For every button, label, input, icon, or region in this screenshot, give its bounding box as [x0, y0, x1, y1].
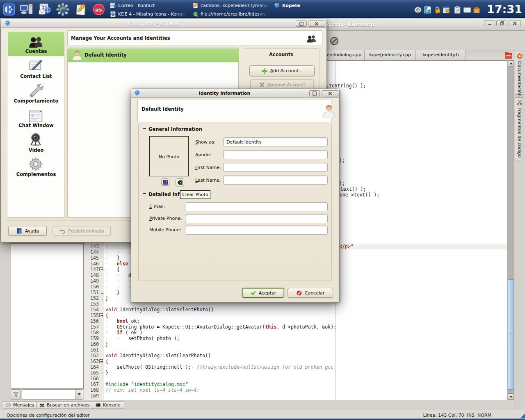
status-message: Opciones de configuración del editor — [7, 413, 90, 418]
filter-button[interactable] — [11, 389, 21, 399]
taskbar-clock: 17:31 — [486, 2, 523, 16]
wallet-icon[interactable] — [472, 6, 481, 14]
code-line-159: · · setPhoto( photo ); — [105, 336, 180, 341]
field-input-private-phone-[interactable] — [185, 214, 328, 223]
speaker-icon[interactable] — [414, 6, 422, 14]
sidebar-item-video[interactable]: Video — [8, 132, 64, 154]
task-button[interactable]: file:///home/ereslibre/kdesvn/k — [192, 10, 274, 18]
dock-tab-documentación[interactable]: Documentación — [515, 51, 524, 95]
resize-grip[interactable] — [520, 413, 525, 418]
tool-tab-mensajes[interactable]: Mensajes — [3, 401, 38, 409]
computer-icon[interactable] — [20, 3, 33, 16]
identity-information-dialog: Identity Information Default Identity Ge… — [131, 89, 340, 303]
notes-task-icon — [192, 2, 199, 9]
photo-placeholder-box: No Photo — [149, 136, 189, 176]
sidebar-item-chat-window[interactable]: Chat Window — [8, 108, 64, 129]
code-line-163: { — [105, 358, 108, 364]
task-button[interactable]: Correo - Kontact — [110, 1, 191, 9]
code-line-145: · } — [105, 255, 120, 261]
editor-tab-kopeteidentity-h[interactable]: kopeteidentity.h — [416, 50, 466, 60]
general-group-title: General Information — [148, 126, 202, 132]
field-input-e-mail-[interactable] — [185, 202, 328, 211]
file-list-icon[interactable] — [504, 50, 513, 59]
collapse-general-icon[interactable] — [143, 128, 146, 129]
alarm-calendar-icon[interactable] — [443, 6, 451, 14]
scroll-up-button[interactable] — [508, 60, 514, 66]
field-label-first-name-: First Name: — [195, 165, 221, 170]
mail-icon[interactable] — [463, 6, 471, 14]
field-input-mobile-phone-[interactable] — [185, 226, 328, 235]
defaults-button[interactable]: Predeterminado — [52, 226, 111, 236]
help-icon: ? — [16, 228, 23, 234]
editor-tab-kopeteidentity-cpp[interactable]: kopeteidentity.cpp — [365, 50, 416, 60]
kopete-tray-icon[interactable]: K — [423, 6, 431, 14]
tool-tab-buscar-en-archivos[interactable]: Buscar en archivos — [37, 401, 93, 409]
tool-tab-konsole[interactable]: Konsole — [93, 401, 124, 409]
cancel-icon — [296, 290, 302, 296]
avatar-icon — [71, 50, 83, 61]
lock-icon[interactable] — [434, 6, 442, 14]
field-input-first-name-[interactable] — [223, 163, 328, 172]
kopete-task-icon — [274, 2, 280, 9]
dock-tab-fragmentos-de-código[interactable]: Fragmentos de código — [515, 97, 524, 160]
code-line-164: · setPhoto( QString::null );· //krazy:ex… — [105, 364, 333, 370]
help-button[interactable]: ? Ayuda — [8, 226, 47, 236]
field-input-show-as-[interactable]: Default Identity — [223, 137, 328, 146]
config-maximize-button[interactable] — [296, 21, 307, 27]
sidebar-item-label: Contact List — [8, 73, 64, 79]
konqueror-icon[interactable] — [56, 3, 69, 16]
snippets-icon — [516, 99, 523, 106]
config-close-button[interactable] — [308, 21, 325, 27]
code-line-151: · } — [105, 290, 120, 295]
filter-combobox[interactable] — [22, 389, 83, 399]
lastfm-icon[interactable]: as — [92, 3, 105, 16]
config-titlebar[interactable]: Configurar - Kopete — [1, 19, 326, 28]
combo-dropdown-button[interactable] — [75, 390, 82, 399]
scroll-down-button[interactable] — [508, 393, 514, 399]
task-button[interactable]: cambios: kopeteidentitymanag — [192, 1, 274, 9]
kde-menu-icon[interactable] — [2, 3, 16, 16]
kdevelop-minimize-button[interactable] — [484, 20, 495, 26]
sidebar-item-comportamiento[interactable]: Comportamiento — [8, 82, 64, 105]
klipper-icon[interactable] — [453, 6, 461, 14]
find-icon — [39, 402, 45, 408]
kdevelop-restore-button[interactable] — [496, 20, 507, 26]
editor-vertical-scrollbar[interactable] — [507, 60, 514, 400]
identity-close-button[interactable] — [322, 90, 338, 96]
task-button[interactable]: KDE 4 - Missing Icons - Konque — [110, 10, 191, 18]
chat-window-icon — [28, 108, 43, 124]
code-line-147: · { — [105, 267, 120, 272]
select-photo-button[interactable] — [161, 178, 169, 186]
add-account-button[interactable]: Add Account... — [249, 65, 315, 76]
task-label: cambios: kopeteidentitymanag — [201, 3, 271, 8]
identity-titlebar[interactable]: Identity Information — [131, 89, 339, 98]
stop-icon[interactable] — [330, 37, 339, 46]
field-input-last-name-[interactable] — [223, 176, 328, 185]
avatar-icon — [322, 104, 336, 119]
collapse-detailed-icon[interactable] — [143, 193, 146, 194]
sidebar-item-complementos[interactable]: Complementos — [8, 156, 64, 178]
sidebar-item-contact-list[interactable]: Contact List — [8, 59, 64, 80]
identity-header-box: Default Identity — [137, 100, 331, 122]
ok-button[interactable]: Aceptar — [242, 288, 284, 298]
field-input-apodo-[interactable] — [223, 150, 328, 159]
sidebar-item-cuentas[interactable]: Cuentas — [8, 36, 64, 55]
code-line-167: #include "identitydialog.moc" — [105, 381, 188, 387]
kdevelop-close-button[interactable] — [509, 20, 521, 26]
users-header-icon — [306, 34, 316, 44]
ok-label: Aceptar — [259, 290, 276, 296]
remove-icon — [259, 82, 265, 88]
scrollbar-thumb[interactable] — [508, 279, 514, 390]
tool-tab-label: Mensajes — [13, 402, 34, 408]
code-fragment: hone->text() ); — [337, 192, 379, 198]
task-button[interactable]: Kopete — [274, 1, 323, 9]
code-fragment: ); — [339, 158, 345, 163]
clear-photo-button[interactable] — [176, 178, 184, 186]
identity-list-row[interactable]: Default Identity — [68, 48, 239, 62]
notes-icon[interactable] — [74, 3, 87, 16]
identity-maximize-button[interactable] — [309, 90, 320, 96]
kontact-icon[interactable]: 12 — [38, 3, 51, 16]
identity-row-label: Default Identity — [84, 52, 127, 58]
cancel-button[interactable]: Cancelar — [288, 288, 333, 298]
tool-view-panel[interactable] — [11, 243, 84, 389]
